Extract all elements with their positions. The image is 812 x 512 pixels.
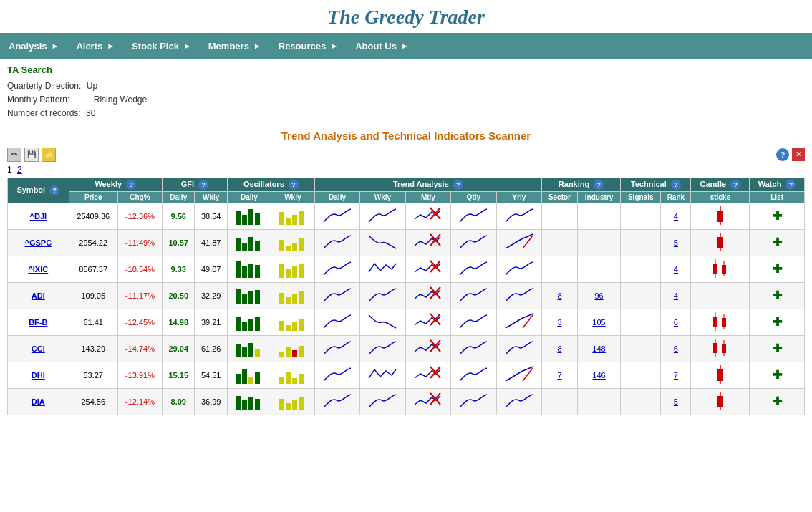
symbol-help[interactable]: ?: [49, 185, 59, 195]
symbol-cell[interactable]: ^DJI: [8, 203, 69, 229]
ta-yrly-cell: [496, 362, 541, 388]
watch-cell[interactable]: ✚: [750, 309, 805, 335]
watch-cell[interactable]: ✚: [750, 203, 805, 229]
rank-cell[interactable]: 6: [661, 335, 691, 362]
nav-about-us[interactable]: About Us ►: [347, 33, 417, 59]
sector-cell[interactable]: 7: [542, 362, 578, 388]
candle-svg: [710, 311, 731, 332]
sector-cell[interactable]: [542, 256, 578, 282]
sector-cell[interactable]: 8: [542, 282, 578, 309]
save-icon[interactable]: 💾: [24, 148, 39, 162]
rank-cell[interactable]: 4: [661, 282, 691, 309]
help-button[interactable]: ?: [776, 148, 789, 161]
chg-cell: -11.17%: [117, 282, 162, 309]
ta-mtly-cell: [405, 362, 450, 388]
ta-daily-cell: [314, 256, 359, 282]
col-gfi: GFI ?: [163, 178, 228, 191]
industry-cell[interactable]: [577, 229, 620, 256]
nav-alerts[interactable]: Alerts ►: [67, 33, 123, 59]
rank-cell[interactable]: 5: [661, 229, 691, 256]
symbol-cell[interactable]: BF-B: [8, 309, 69, 335]
mini-bar-svg: [235, 205, 264, 226]
sector-cell[interactable]: 3: [542, 309, 578, 335]
industry-cell[interactable]: 148: [577, 335, 620, 362]
symbol-cell[interactable]: DIA: [8, 388, 69, 415]
mini-chart-svg: [458, 205, 488, 226]
symbol-cell[interactable]: CCI: [8, 335, 69, 362]
svg-rect-85: [299, 374, 304, 384]
svg-rect-53: [279, 321, 284, 331]
watch-cell[interactable]: ✚: [750, 282, 805, 309]
watch-help[interactable]: ?: [786, 180, 796, 190]
ta-wkly-cell: [360, 388, 405, 415]
ta-mtly-svg: [413, 258, 443, 279]
trend-help[interactable]: ?: [453, 180, 463, 190]
mini-chart-svg: [458, 364, 488, 385]
industry-cell[interactable]: [577, 203, 620, 229]
nav-members[interactable]: Members ►: [200, 33, 270, 59]
navbar: Analysis ► Alerts ► Stock Pick ► Members…: [0, 33, 812, 59]
rank-cell[interactable]: 5: [661, 388, 691, 415]
candle-svg: [716, 390, 725, 412]
watch-cell[interactable]: ✚: [750, 388, 805, 415]
ta-wkly-cell: [360, 203, 405, 229]
sector-cell[interactable]: [542, 229, 578, 256]
rank-cell[interactable]: 6: [661, 309, 691, 335]
mini-chart-svg: [504, 205, 534, 226]
osc-daily-cell: [227, 256, 271, 282]
sub-osc-daily: Daily: [227, 191, 271, 203]
watch-cell[interactable]: ✚: [750, 229, 805, 256]
folder-icon[interactable]: 📁: [42, 148, 56, 162]
svg-rect-24: [717, 237, 723, 248]
scanner-title: Trend Analysis and Technical Indicators …: [7, 130, 805, 142]
close-button[interactable]: ✕: [792, 148, 805, 161]
symbol-cell[interactable]: ^GSPC: [8, 229, 69, 256]
nav-analysis[interactable]: Analysis ►: [0, 33, 67, 59]
weekly-help[interactable]: ?: [126, 180, 136, 190]
page-2-link[interactable]: 2: [17, 165, 22, 175]
nav-resources[interactable]: Resources ►: [270, 33, 347, 59]
symbol-cell[interactable]: DHI: [8, 362, 69, 388]
industry-cell[interactable]: 146: [577, 362, 620, 388]
sector-cell[interactable]: 8: [542, 335, 578, 362]
sub-price: Price: [69, 191, 117, 203]
industry-cell[interactable]: 96: [577, 282, 620, 309]
ta-mtly-svg: [413, 311, 443, 332]
chg-cell: -12.36%: [117, 203, 162, 229]
nav-stock-pick[interactable]: Stock Pick ►: [123, 33, 200, 59]
ranking-help[interactable]: ?: [594, 180, 604, 190]
svg-rect-7: [299, 211, 304, 225]
sub-gfi-daily: Daily: [163, 191, 195, 203]
technical-help[interactable]: ?: [671, 180, 681, 190]
svg-rect-98: [299, 397, 304, 410]
watch-cell[interactable]: ✚: [750, 335, 805, 362]
ta-wkly-cell: [360, 282, 405, 309]
industry-cell[interactable]: 105: [577, 309, 620, 335]
watch-cell[interactable]: ✚: [750, 362, 805, 388]
rank-cell[interactable]: 4: [661, 203, 691, 229]
sector-cell[interactable]: [542, 203, 578, 229]
ta-daily-cell: [314, 362, 359, 388]
industry-cell[interactable]: [577, 388, 620, 415]
rank-cell[interactable]: 4: [661, 256, 691, 282]
watch-cell[interactable]: ✚: [750, 256, 805, 282]
svg-rect-80: [248, 377, 253, 384]
svg-rect-54: [286, 325, 291, 331]
gfi-wkly-cell: 41.87: [195, 229, 227, 256]
sub-rank: Rank: [661, 191, 691, 203]
symbol-cell[interactable]: ADI: [8, 282, 69, 309]
candle-cell: [691, 203, 750, 229]
candle-help[interactable]: ?: [730, 180, 740, 190]
sector-cell[interactable]: [542, 388, 578, 415]
edit-icon[interactable]: ✏: [7, 148, 21, 162]
candle-svg: [716, 205, 725, 226]
mini-bar-svg: [235, 390, 264, 412]
svg-rect-93: [248, 397, 253, 410]
osc-help[interactable]: ?: [289, 180, 299, 190]
candle-cell: [691, 256, 750, 282]
rank-cell[interactable]: 7: [661, 362, 691, 388]
industry-cell[interactable]: [577, 256, 620, 282]
svg-rect-90: [717, 369, 723, 381]
gfi-help[interactable]: ?: [198, 180, 208, 190]
symbol-cell[interactable]: ^IXIC: [8, 256, 69, 282]
